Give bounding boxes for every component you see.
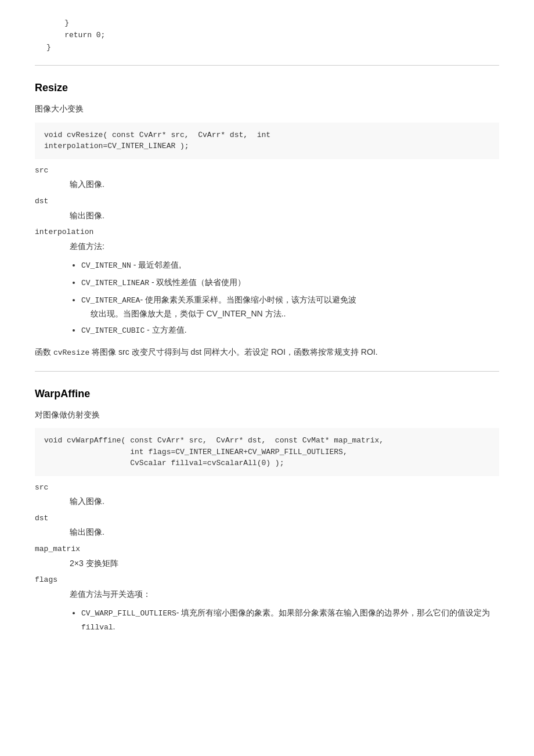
bullet-cv-inter-area: CV_INTER_AREA- 使用象素关系重采样。当图像缩小时候，该方法可以避免…: [81, 293, 499, 320]
resize-code: void cvResize( const CvArr* src, CvArr* …: [35, 123, 499, 159]
warpaffine-param-map-matrix: map_matrix 2×3 变换矩阵: [35, 543, 499, 570]
warpaffine-section: WarpAffine 对图像做仿射变换 void cvWarpAffine( c…: [35, 386, 499, 634]
bullet-cv-inter-cubic: CV_INTER_CUBIC - 立方差值.: [81, 323, 499, 337]
bullet-cv-inter-nn: CV_INTER_NN - 最近邻差值,: [81, 258, 499, 272]
resize-summary: 函数 cvResize 将图像 src 改变尺寸得到与 dst 同样大小。若设定…: [35, 345, 499, 359]
warpaffine-code: void cvWarpAffine( const CvArr* src, CvA…: [35, 428, 499, 476]
warpaffine-param-src: src 输入图像.: [35, 482, 499, 508]
top-code-block: } return 0; }: [35, 17, 499, 53]
resize-section: Resize 图像大小变换 void cvResize( const CvArr…: [35, 80, 499, 359]
bullet-cv-inter-linear: CV_INTER_LINEAR - 双线性差值（缺省使用）: [81, 276, 499, 290]
warpaffine-subtitle: 对图像做仿射变换: [35, 408, 499, 421]
warpaffine-bullets: CV_WARP_FILL_OUTLIERS- 填充所有缩小图像的象素。如果部分象…: [35, 606, 499, 634]
resize-bullets: CV_INTER_NN - 最近邻差值, CV_INTER_LINEAR - 双…: [35, 258, 499, 337]
resize-param-interpolation: interpolation 差值方法:: [35, 226, 499, 253]
resize-param-src: src 输入图像.: [35, 165, 499, 191]
resize-subtitle: 图像大小变换: [35, 102, 499, 115]
resize-param-dst: dst 输出图像.: [35, 196, 499, 222]
divider-1: [35, 65, 499, 66]
warpaffine-param-flags: flags 差值方法与开关选项：: [35, 574, 499, 600]
bullet-cv-warp-fill-outliers: CV_WARP_FILL_OUTLIERS- 填充所有缩小图像的象素。如果部分象…: [81, 606, 499, 634]
resize-title: Resize: [35, 80, 499, 96]
warpaffine-title: WarpAffine: [35, 386, 499, 402]
warpaffine-param-dst: dst 输出图像.: [35, 513, 499, 539]
divider-2: [35, 371, 499, 372]
